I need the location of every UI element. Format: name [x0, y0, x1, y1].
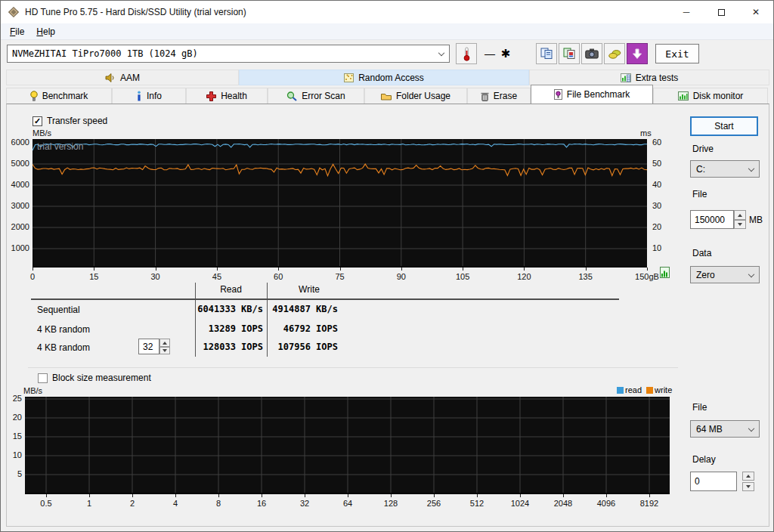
- exit-button[interactable]: Exit: [655, 44, 699, 63]
- x-tick-label: 90: [386, 272, 416, 282]
- file-size-input[interactable]: 150000: [690, 210, 734, 229]
- x2-tick-label: 32: [288, 499, 321, 509]
- write-swatch: [646, 387, 653, 394]
- col-header-read: Read: [195, 284, 267, 295]
- copy-text-button[interactable]: [536, 43, 557, 64]
- tab-extra-tests[interactable]: Extra tests: [529, 70, 769, 85]
- maximize-button[interactable]: [704, 1, 738, 23]
- temperature-button[interactable]: [456, 43, 477, 64]
- settings-star-icon: ✱: [498, 43, 513, 64]
- data-pattern-select[interactable]: Zero: [690, 266, 760, 283]
- tab-info-label: Info: [147, 91, 162, 101]
- tab-row-secondary: AAM Random Access Extra tests: [6, 70, 769, 85]
- arrow-down-icon: [746, 485, 751, 488]
- x-tick-label: 75: [325, 272, 355, 282]
- tab-health[interactable]: Health: [186, 88, 268, 104]
- drive-select[interactable]: C:: [690, 160, 760, 178]
- menu-file[interactable]: File: [4, 25, 30, 39]
- x2-tick-label: 64: [331, 499, 364, 509]
- camera-icon: [585, 48, 599, 59]
- y-left-tick-label: 6000: [7, 138, 29, 147]
- tab-info[interactable]: Info: [112, 88, 186, 104]
- table-header-rule: [31, 298, 619, 300]
- tab-folder-usage[interactable]: Folder Usage: [364, 88, 467, 104]
- axis-tick: [463, 268, 463, 271]
- y-left-tick-label: 4000: [7, 180, 29, 190]
- spin-down-button[interactable]: [734, 220, 746, 229]
- delay-label: Delay: [692, 454, 716, 465]
- start-button-label: Start: [714, 121, 733, 131]
- tab-error-scan[interactable]: Error Scan: [268, 88, 364, 104]
- spin-down-button[interactable]: [742, 482, 754, 491]
- scatter-icon: [344, 73, 354, 82]
- legend-read-label: read: [625, 385, 642, 394]
- minimize-button[interactable]: ─: [669, 1, 704, 23]
- x-tick-label: 135: [571, 272, 601, 282]
- tab-folder-usage-label: Folder Usage: [396, 91, 450, 101]
- buy-button[interactable]: [604, 43, 625, 64]
- spin-up-button[interactable]: [742, 472, 754, 481]
- menu-help[interactable]: Help: [30, 25, 61, 39]
- x-tick-label: 15: [79, 272, 109, 282]
- x2-tick-label: 512: [460, 499, 494, 509]
- sequential-write-value: 4914887 KB/s: [234, 304, 338, 314]
- y-left-tick-label: 2000: [7, 222, 29, 232]
- axis-tick: [340, 268, 341, 271]
- delay-input[interactable]: 0: [690, 472, 737, 491]
- tab-erase[interactable]: Erase: [467, 88, 531, 104]
- tab-error-scan-label: Error Scan: [302, 91, 345, 101]
- y-right-unit: ms: [640, 128, 652, 138]
- y2-tick-label: 10: [7, 450, 22, 460]
- tab-aam[interactable]: AAM: [6, 70, 239, 85]
- close-button[interactable]: ✕: [738, 1, 773, 23]
- copy-image-button[interactable]: [559, 43, 580, 64]
- delay-spinner: [742, 472, 754, 491]
- y-right-tick-label: 20: [652, 222, 670, 232]
- y-left-tick-label: 3000: [7, 201, 29, 211]
- axis-tick: [278, 268, 279, 271]
- x-tick-label: 60: [263, 272, 293, 282]
- spin-up-button[interactable]: [734, 210, 746, 220]
- x-tick-label: 120: [509, 272, 539, 282]
- x-tick-label: 105: [447, 272, 478, 282]
- bars-table-icon: [621, 73, 631, 82]
- device-select[interactable]: NVMeZHITAI TiPro7000 1TB (1024 gB): [7, 45, 450, 63]
- x-tick-label: 30: [141, 272, 171, 282]
- axis-tick: [563, 494, 564, 497]
- axis-tick: [89, 494, 90, 497]
- tab-random-access-label: Random Access: [358, 73, 424, 83]
- window-title: HD Tune Pro 5.75 - Hard Disk/SSD Utility…: [25, 7, 246, 17]
- toolbar: NVMeZHITAI TiPro7000 1TB (1024 gB) — ✱: [1, 40, 773, 69]
- exit-button-label: Exit: [665, 48, 689, 60]
- copy-text-icon: [540, 48, 553, 60]
- tab-file-benchmark[interactable]: File Benchmark: [531, 85, 653, 104]
- axis-tick: [132, 494, 133, 497]
- axis-tick: [434, 494, 435, 497]
- tab-extra-tests-label: Extra tests: [636, 73, 679, 83]
- arrow-up-icon: [746, 475, 751, 478]
- block-file-select[interactable]: 64 MB: [690, 420, 760, 438]
- health-cross-icon: [206, 91, 216, 101]
- axis-tick: [33, 268, 33, 271]
- x2-tick-label: 1024: [503, 499, 537, 509]
- y-right-tick-label: 60: [652, 138, 670, 147]
- info-icon: [136, 91, 142, 101]
- block-size-checkbox[interactable]: Block size measurement: [38, 373, 151, 383]
- app-window: HD Tune Pro 5.75 - Hard Disk/SSD Utility…: [0, 0, 774, 532]
- checkbox-checked-icon: ✓: [33, 116, 42, 126]
- read-swatch: [617, 387, 624, 394]
- tab-random-access[interactable]: Random Access: [239, 70, 529, 85]
- tab-disk-monitor[interactable]: Disk monitor: [653, 88, 768, 104]
- file-benchmark-page: ✓ Transfer speed MB/s ms trial version R…: [6, 104, 769, 527]
- y-left-unit: MB/s: [33, 128, 51, 138]
- tab-benchmark[interactable]: Benchmark: [6, 88, 112, 104]
- update-button[interactable]: [627, 43, 648, 64]
- axis-tick: [217, 268, 218, 271]
- x-tick-label: 45: [202, 272, 232, 282]
- y-left-tick-label: 5000: [7, 159, 29, 169]
- screenshot-button[interactable]: [581, 43, 602, 64]
- start-button[interactable]: Start: [690, 116, 758, 136]
- y-right-tick-label: 10: [652, 243, 670, 253]
- y-left-tick-label: 1000: [7, 243, 29, 253]
- transfer-speed-checkbox[interactable]: ✓ Transfer speed: [33, 116, 107, 126]
